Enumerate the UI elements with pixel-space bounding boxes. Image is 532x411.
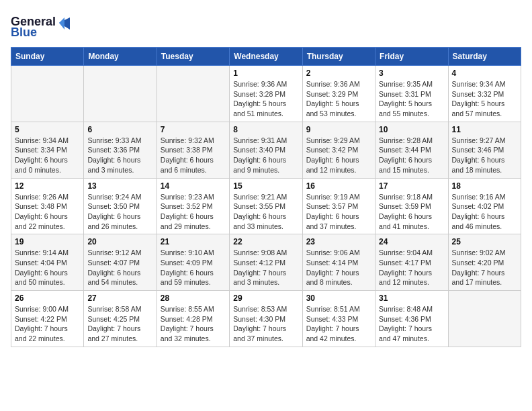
day-info: Sunrise: 9:35 AM Sunset: 3:31 PM Dayligh…	[379, 79, 444, 119]
calendar-week-row: 12Sunrise: 9:26 AM Sunset: 3:48 PM Dayli…	[11, 178, 521, 234]
day-info: Sunrise: 9:06 AM Sunset: 4:14 PM Dayligh…	[306, 248, 371, 287]
day-number: 4	[452, 68, 517, 78]
day-number: 14	[161, 181, 226, 191]
calendar-day-cell: 11Sunrise: 9:27 AM Sunset: 3:46 PM Dayli…	[448, 122, 521, 178]
day-of-week-sunday: Sunday	[11, 48, 84, 66]
calendar-day-cell: 28Sunrise: 8:55 AM Sunset: 4:28 PM Dayli…	[157, 291, 229, 347]
day-info: Sunrise: 9:36 AM Sunset: 3:28 PM Dayligh…	[233, 79, 298, 119]
day-number: 18	[452, 181, 517, 191]
day-info: Sunrise: 9:14 AM Sunset: 4:04 PM Dayligh…	[15, 248, 80, 287]
day-info: Sunrise: 8:48 AM Sunset: 4:36 PM Dayligh…	[379, 304, 444, 344]
day-of-week-saturday: Saturday	[448, 48, 521, 66]
calendar-day-cell: 10Sunrise: 9:28 AM Sunset: 3:44 PM Dayli…	[375, 122, 448, 178]
day-number: 1	[233, 68, 298, 78]
day-info: Sunrise: 9:02 AM Sunset: 4:20 PM Dayligh…	[452, 248, 517, 287]
svg-text:Blue: Blue	[11, 26, 37, 38]
calendar-day-cell: 4Sunrise: 9:34 AM Sunset: 3:32 PM Daylig…	[448, 66, 521, 122]
calendar-day-cell: 8Sunrise: 9:31 AM Sunset: 3:40 PM Daylig…	[230, 122, 302, 178]
day-number: 29	[233, 293, 298, 303]
calendar-day-cell: 29Sunrise: 8:53 AM Sunset: 4:30 PM Dayli…	[230, 291, 302, 347]
day-number: 20	[87, 237, 152, 246]
day-info: Sunrise: 9:27 AM Sunset: 3:46 PM Dayligh…	[452, 136, 517, 175]
day-number: 16	[306, 181, 371, 191]
day-info: Sunrise: 9:24 AM Sunset: 3:50 PM Dayligh…	[87, 192, 152, 232]
calendar-day-cell: 31Sunrise: 8:48 AM Sunset: 4:36 PM Dayli…	[375, 291, 448, 347]
calendar-day-cell: 7Sunrise: 9:32 AM Sunset: 3:38 PM Daylig…	[157, 122, 229, 178]
day-number: 23	[306, 237, 371, 246]
day-number: 9	[306, 125, 371, 134]
day-info: Sunrise: 9:26 AM Sunset: 3:48 PM Dayligh…	[15, 192, 80, 232]
day-info: Sunrise: 9:34 AM Sunset: 3:34 PM Dayligh…	[15, 136, 80, 175]
calendar-day-cell: 16Sunrise: 9:19 AM Sunset: 3:57 PM Dayli…	[302, 178, 375, 234]
calendar-day-cell: 2Sunrise: 9:36 AM Sunset: 3:29 PM Daylig…	[302, 66, 375, 122]
day-of-week-thursday: Thursday	[302, 48, 375, 66]
calendar-day-cell: 15Sunrise: 9:21 AM Sunset: 3:55 PM Dayli…	[230, 178, 302, 234]
calendar-day-cell: 12Sunrise: 9:26 AM Sunset: 3:48 PM Dayli…	[11, 178, 84, 234]
calendar-day-cell: 19Sunrise: 9:14 AM Sunset: 4:04 PM Dayli…	[11, 234, 84, 291]
calendar-table: SundayMondayTuesdayWednesdayThursdayFrid…	[11, 47, 521, 347]
day-number: 24	[379, 237, 444, 246]
empty-cell	[448, 291, 521, 347]
day-info: Sunrise: 9:18 AM Sunset: 3:59 PM Dayligh…	[379, 192, 444, 232]
day-number: 30	[306, 293, 371, 303]
calendar-day-cell: 21Sunrise: 9:10 AM Sunset: 4:09 PM Dayli…	[157, 234, 229, 291]
day-of-week-wednesday: Wednesday	[230, 48, 302, 66]
calendar-week-row: 5Sunrise: 9:34 AM Sunset: 3:34 PM Daylig…	[11, 122, 521, 178]
day-info: Sunrise: 9:23 AM Sunset: 3:52 PM Dayligh…	[161, 192, 226, 232]
page-header: General Blue	[11, 11, 521, 40]
day-number: 26	[15, 293, 80, 303]
day-number: 22	[233, 237, 298, 246]
day-info: Sunrise: 9:36 AM Sunset: 3:29 PM Dayligh…	[306, 79, 371, 119]
day-number: 7	[161, 125, 226, 134]
day-info: Sunrise: 8:53 AM Sunset: 4:30 PM Dayligh…	[233, 304, 298, 344]
day-info: Sunrise: 9:34 AM Sunset: 3:32 PM Dayligh…	[452, 79, 517, 119]
day-info: Sunrise: 9:08 AM Sunset: 4:12 PM Dayligh…	[233, 248, 298, 287]
day-number: 11	[452, 125, 517, 134]
day-info: Sunrise: 8:55 AM Sunset: 4:28 PM Dayligh…	[161, 304, 226, 344]
day-info: Sunrise: 9:28 AM Sunset: 3:44 PM Dayligh…	[379, 136, 444, 175]
day-info: Sunrise: 8:58 AM Sunset: 4:25 PM Dayligh…	[87, 304, 152, 344]
day-number: 17	[379, 181, 444, 191]
day-info: Sunrise: 9:00 AM Sunset: 4:22 PM Dayligh…	[15, 304, 80, 344]
calendar-week-row: 19Sunrise: 9:14 AM Sunset: 4:04 PM Dayli…	[11, 234, 521, 291]
day-info: Sunrise: 8:51 AM Sunset: 4:33 PM Dayligh…	[306, 304, 371, 344]
day-header-row: SundayMondayTuesdayWednesdayThursdayFrid…	[11, 48, 521, 66]
day-of-week-monday: Monday	[84, 48, 157, 66]
calendar-day-cell: 17Sunrise: 9:18 AM Sunset: 3:59 PM Dayli…	[375, 178, 448, 234]
day-number: 8	[233, 125, 298, 134]
empty-cell	[157, 66, 229, 122]
calendar-day-cell: 3Sunrise: 9:35 AM Sunset: 3:31 PM Daylig…	[375, 66, 448, 122]
calendar-week-row: 26Sunrise: 9:00 AM Sunset: 4:22 PM Dayli…	[11, 291, 521, 347]
day-number: 6	[87, 125, 152, 134]
day-info: Sunrise: 9:12 AM Sunset: 4:07 PM Dayligh…	[87, 248, 152, 287]
calendar-week-row: 1Sunrise: 9:36 AM Sunset: 3:28 PM Daylig…	[11, 66, 521, 122]
calendar-day-cell: 30Sunrise: 8:51 AM Sunset: 4:33 PM Dayli…	[302, 291, 375, 347]
day-number: 5	[15, 125, 80, 134]
calendar-day-cell: 1Sunrise: 9:36 AM Sunset: 3:28 PM Daylig…	[230, 66, 302, 122]
day-of-week-friday: Friday	[375, 48, 448, 66]
day-number: 15	[233, 181, 298, 191]
day-info: Sunrise: 9:31 AM Sunset: 3:40 PM Dayligh…	[233, 136, 298, 175]
day-number: 2	[306, 68, 371, 78]
day-number: 3	[379, 68, 444, 78]
calendar-day-cell: 26Sunrise: 9:00 AM Sunset: 4:22 PM Dayli…	[11, 291, 84, 347]
day-number: 21	[161, 237, 226, 246]
calendar-day-cell: 23Sunrise: 9:06 AM Sunset: 4:14 PM Dayli…	[302, 234, 375, 291]
day-info: Sunrise: 9:29 AM Sunset: 3:42 PM Dayligh…	[306, 136, 371, 175]
day-info: Sunrise: 9:21 AM Sunset: 3:55 PM Dayligh…	[233, 192, 298, 232]
day-info: Sunrise: 9:16 AM Sunset: 4:02 PM Dayligh…	[452, 192, 517, 232]
logo: General Blue	[11, 11, 71, 40]
day-number: 19	[15, 237, 80, 246]
calendar-day-cell: 13Sunrise: 9:24 AM Sunset: 3:50 PM Dayli…	[84, 178, 157, 234]
calendar-day-cell: 27Sunrise: 8:58 AM Sunset: 4:25 PM Dayli…	[84, 291, 157, 347]
day-info: Sunrise: 9:32 AM Sunset: 3:38 PM Dayligh…	[161, 136, 226, 175]
day-number: 12	[15, 181, 80, 191]
day-info: Sunrise: 9:33 AM Sunset: 3:36 PM Dayligh…	[87, 136, 152, 175]
day-of-week-tuesday: Tuesday	[157, 48, 229, 66]
day-number: 10	[379, 125, 444, 134]
logo-general-text: General Blue	[11, 11, 71, 40]
svg-marker-3	[59, 17, 64, 30]
day-number: 27	[87, 293, 152, 303]
calendar-day-cell: 6Sunrise: 9:33 AM Sunset: 3:36 PM Daylig…	[84, 122, 157, 178]
calendar-day-cell: 9Sunrise: 9:29 AM Sunset: 3:42 PM Daylig…	[302, 122, 375, 178]
